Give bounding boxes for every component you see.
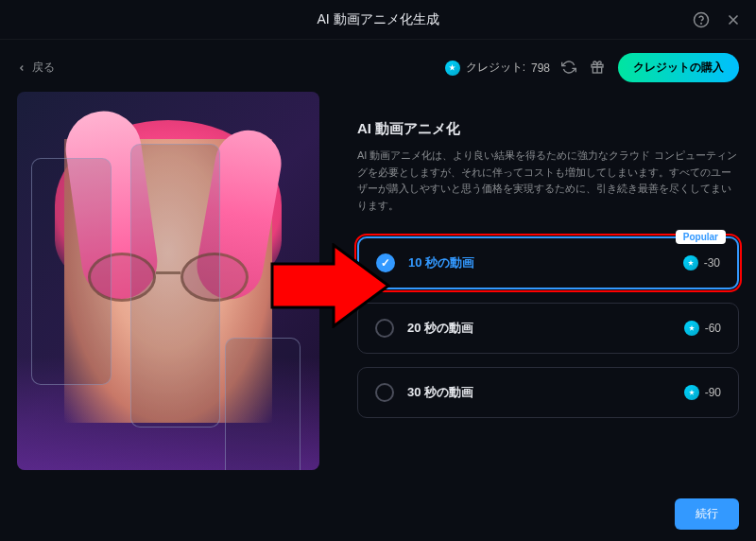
credit-icon <box>683 255 698 270</box>
option-cost: -30 <box>683 255 720 270</box>
footer: 続行 <box>675 498 739 530</box>
option-label: 20 秒の動画 <box>407 320 684 337</box>
duration-option-20s[interactable]: 20 秒の動画 -60 <box>357 303 739 354</box>
svg-point-1 <box>701 23 702 24</box>
credit-label: クレジット: <box>466 60 525 76</box>
title-bar: AI 動画アニメ化生成 <box>0 0 756 40</box>
options-panel: AI 動画アニメ化 AI 動画アニメ化は、より良い結果を得るために強力なクラウド… <box>357 92 739 470</box>
radio-unchecked-icon <box>375 383 394 402</box>
duration-option-30s[interactable]: 30 秒の動画 -90 <box>357 367 739 418</box>
buy-credits-button[interactable]: クレジットの購入 <box>618 53 739 82</box>
back-button[interactable]: 戻る <box>17 60 55 76</box>
credit-icon <box>684 321 699 336</box>
preview-image <box>17 92 319 470</box>
continue-button[interactable]: 続行 <box>675 498 739 530</box>
option-cost: -60 <box>684 321 721 336</box>
chevron-left-icon <box>17 63 26 73</box>
option-label: 10 秒の動画 <box>408 254 683 271</box>
main-area: 戻る クレジット: 798 クレジットの購入 <box>0 40 756 470</box>
refresh-icon[interactable] <box>561 60 578 77</box>
option-cost: -90 <box>684 385 721 400</box>
close-icon[interactable] <box>724 10 743 29</box>
header-actions: クレジット: 798 クレジットの購入 <box>445 53 739 82</box>
panel-title: AI 動画アニメ化 <box>357 120 739 138</box>
credit-icon <box>445 61 460 76</box>
radio-checked-icon <box>376 253 395 272</box>
help-icon[interactable] <box>692 10 711 29</box>
radio-unchecked-icon <box>375 319 394 338</box>
panel-description: AI 動画アニメ化は、より良い結果を得るために強力なクラウド コンピューティング… <box>357 148 739 214</box>
gift-icon[interactable] <box>590 60 607 77</box>
titlebar-actions <box>692 10 743 29</box>
content-row: AI 動画アニメ化 AI 動画アニメ化は、より良い結果を得るために強力なクラウド… <box>17 92 739 470</box>
credit-display: クレジット: 798 <box>445 60 550 76</box>
credit-value: 798 <box>531 61 550 75</box>
option-label: 30 秒の動画 <box>407 384 684 401</box>
popular-badge: Popular <box>676 230 726 244</box>
back-label: 戻る <box>32 60 55 76</box>
credit-icon <box>684 385 699 400</box>
window-title: AI 動画アニメ化生成 <box>317 11 438 28</box>
header-row: 戻る クレジット: 798 クレジットの購入 <box>17 53 739 82</box>
duration-option-10s[interactable]: Popular 10 秒の動画 -30 <box>357 236 739 289</box>
